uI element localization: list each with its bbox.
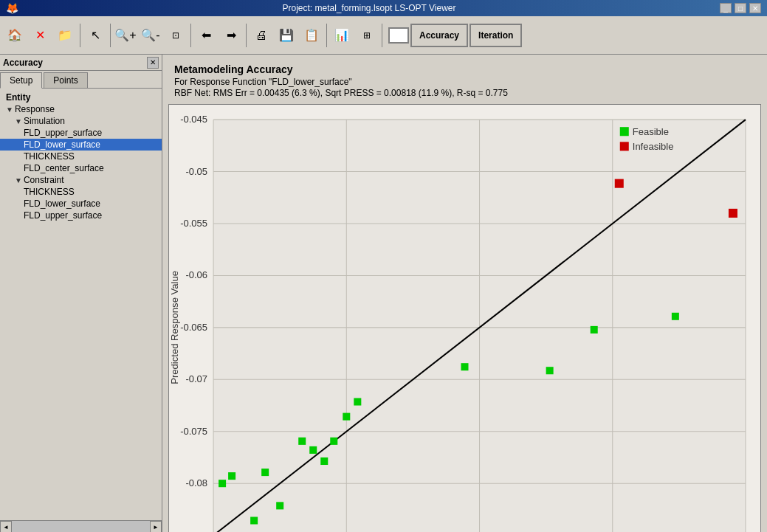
svg-rect-45 bbox=[591, 326, 598, 334]
tree-area: Entity ▼ Response ▼ Simulation FLD_upper… bbox=[0, 89, 162, 520]
horizontal-scrollbar[interactable]: ◄ ► bbox=[0, 520, 162, 532]
tree-constraint-thickness[interactable]: THICKNESS bbox=[0, 186, 162, 198]
svg-rect-38 bbox=[309, 446, 317, 454]
svg-rect-37 bbox=[298, 438, 306, 445]
svg-rect-39 bbox=[320, 457, 328, 465]
svg-rect-32 bbox=[219, 480, 226, 487]
tree-item-fld-upper[interactable]: FLD_upper_surface bbox=[0, 127, 162, 139]
panel-header: Accuracy ✕ bbox=[0, 55, 162, 71]
tree-constraint-fld-lower[interactable]: FLD_lower_surface bbox=[0, 198, 162, 210]
titlebar: 🦊 Project: metal_forming.lsopt LS-OPT Vi… bbox=[0, 0, 767, 16]
chart-stats: RBF Net: RMS Err = 0.00435 (6.3 %), Sqrt… bbox=[174, 88, 755, 98]
toolbar-separator-3 bbox=[190, 24, 191, 47]
tab-setup[interactable]: Setup bbox=[0, 72, 42, 89]
toolbar-separator-6 bbox=[382, 24, 382, 47]
window-title: Project: metal_forming.lsopt LS-OPT View… bbox=[18, 3, 720, 13]
svg-rect-46 bbox=[672, 313, 679, 320]
grid-button[interactable]: ⊞ bbox=[355, 24, 379, 47]
save-image-button[interactable]: 💾 bbox=[275, 24, 298, 47]
svg-rect-49 bbox=[729, 209, 737, 218]
svg-rect-36 bbox=[276, 502, 283, 509]
constraint-thickness-label: THICKNESS bbox=[24, 187, 75, 197]
scroll-track[interactable] bbox=[12, 521, 150, 532]
constraint-fld-lower-label: FLD_lower_surface bbox=[24, 198, 100, 209]
chart-title: Metamodeling Accuracy bbox=[174, 63, 755, 75]
svg-text:-0.045: -0.045 bbox=[180, 114, 207, 125]
view-box bbox=[388, 27, 409, 44]
back-button[interactable]: ⬅ bbox=[194, 24, 218, 47]
accuracy-button[interactable]: Accuracy bbox=[410, 24, 468, 47]
chart-container: -0.045 -0.05 -0.055 -0.06 -0.065 -0.07 -… bbox=[168, 104, 761, 532]
response-label: Response bbox=[15, 104, 55, 114]
tab-points[interactable]: Points bbox=[44, 72, 87, 88]
tree-constraint-fld-upper[interactable]: FLD_upper_surface bbox=[0, 210, 162, 221]
tree-item-fld-lower[interactable]: FLD_lower_surface bbox=[0, 139, 162, 151]
svg-text:-0.065: -0.065 bbox=[180, 322, 207, 333]
panel-tabs: Setup Points bbox=[0, 71, 162, 89]
tree-item-fld-center[interactable]: FLD_center_surface bbox=[0, 162, 162, 174]
panel-close-button[interactable]: ✕ bbox=[147, 57, 159, 69]
expand-icon-constraint: ▼ bbox=[15, 176, 22, 184]
constraint-fld-upper-label: FLD_upper_surface bbox=[24, 210, 102, 221]
toolbar: 🏠 ✕ 📁 ↖ 🔍+ 🔍- ⊡ ⬅ ➡ 🖨 💾 📋 📊 ⊞ Accuracy I… bbox=[0, 16, 767, 55]
zoom-box-button[interactable]: ⊡ bbox=[164, 24, 188, 47]
scroll-right-button[interactable]: ► bbox=[150, 521, 162, 532]
simulation-label: Simulation bbox=[24, 116, 65, 126]
open-button[interactable]: 📁 bbox=[53, 24, 77, 47]
svg-text:Predicted Response Value: Predicted Response Value bbox=[169, 271, 180, 384]
svg-rect-35 bbox=[261, 469, 269, 476]
tree-simulation[interactable]: ▼ Simulation bbox=[0, 115, 162, 127]
svg-rect-41 bbox=[343, 413, 350, 421]
forward-button[interactable]: ➡ bbox=[219, 24, 243, 47]
svg-rect-34 bbox=[250, 517, 258, 524]
left-panel: Accuracy ✕ Setup Points Entity ▼ Respons… bbox=[0, 55, 162, 532]
chart-svg: -0.045 -0.05 -0.055 -0.06 -0.065 -0.07 -… bbox=[169, 105, 760, 532]
toolbar-separator-2 bbox=[110, 24, 111, 47]
toolbar-separator-5 bbox=[326, 24, 327, 47]
home-button[interactable]: 🏠 bbox=[3, 24, 27, 47]
svg-text:-0.08: -0.08 bbox=[185, 477, 207, 488]
svg-rect-40 bbox=[330, 438, 337, 445]
tree-item-thickness[interactable]: THICKNESS bbox=[0, 151, 162, 162]
svg-rect-33 bbox=[228, 472, 235, 480]
svg-text:Feasible: Feasible bbox=[633, 126, 669, 137]
print-button[interactable]: 🖨 bbox=[250, 24, 273, 47]
maximize-button[interactable]: □ bbox=[735, 3, 746, 13]
fld-upper-label: FLD_upper_surface bbox=[24, 128, 102, 138]
tree-constraint[interactable]: ▼ Constraint bbox=[0, 174, 162, 186]
close-button[interactable]: ✕ bbox=[749, 3, 761, 13]
toolbar-separator-1 bbox=[80, 24, 80, 47]
zoom-out-button[interactable]: 🔍- bbox=[139, 24, 162, 47]
constraint-label: Constraint bbox=[24, 175, 64, 185]
main-layout: Accuracy ✕ Setup Points Entity ▼ Respons… bbox=[0, 55, 767, 532]
svg-rect-48 bbox=[615, 179, 624, 188]
svg-text:-0.05: -0.05 bbox=[185, 166, 207, 177]
cursor-button[interactable]: ↖ bbox=[83, 24, 107, 47]
tree-response[interactable]: ▼ Response bbox=[0, 103, 162, 115]
chart-panel: Metamodeling Accuracy For Response Funct… bbox=[162, 55, 767, 532]
iteration-button[interactable]: Iteration bbox=[470, 24, 522, 47]
svg-text:Infeasible: Infeasible bbox=[633, 141, 674, 152]
svg-text:-0.055: -0.055 bbox=[180, 218, 207, 229]
panel-title: Accuracy bbox=[3, 58, 43, 68]
fld-lower-label: FLD_lower_surface bbox=[24, 139, 100, 150]
expand-icon-response: ▼ bbox=[6, 106, 13, 114]
svg-rect-52 bbox=[620, 142, 629, 151]
zoom-in-button[interactable]: 🔍+ bbox=[114, 24, 137, 47]
svg-text:-0.06: -0.06 bbox=[185, 269, 207, 280]
minimize-button[interactable]: _ bbox=[720, 3, 732, 13]
svg-text:-0.07: -0.07 bbox=[185, 373, 207, 384]
app-icon: 🦊 bbox=[6, 2, 18, 14]
thickness-sim-label: THICKNESS bbox=[24, 151, 75, 162]
close-project-button[interactable]: ✕ bbox=[28, 24, 52, 47]
scroll-left-button[interactable]: ◄ bbox=[0, 521, 12, 532]
svg-rect-44 bbox=[546, 367, 554, 374]
fld-center-label: FLD_center_surface bbox=[24, 163, 104, 173]
toolbar-separator-4 bbox=[246, 24, 247, 47]
svg-rect-50 bbox=[620, 127, 629, 136]
view-toggle bbox=[388, 27, 409, 44]
view-mode-button[interactable]: 📊 bbox=[330, 24, 354, 47]
copy-button[interactable]: 📋 bbox=[300, 24, 323, 47]
expand-icon-simulation: ▼ bbox=[15, 117, 22, 125]
entity-label: Entity bbox=[0, 91, 162, 103]
